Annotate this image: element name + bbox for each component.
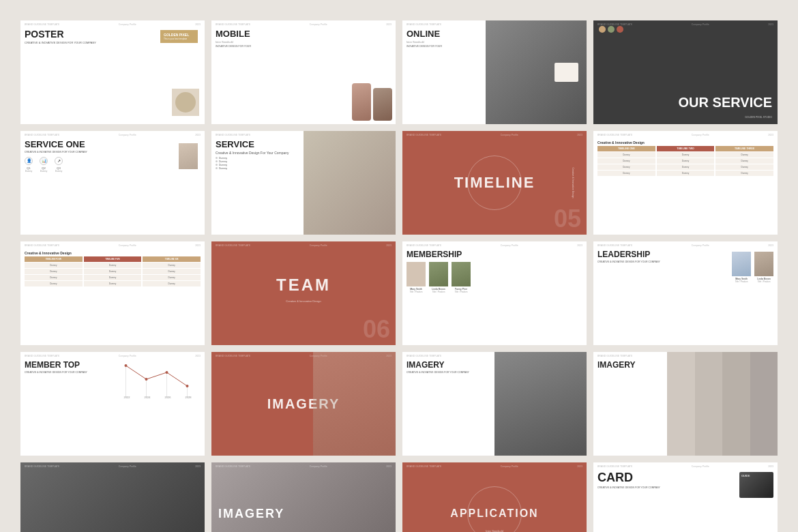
slide-label: BRAND GUIDELINE TEMPLATE xyxy=(407,355,441,357)
tt-tr-1: DummyDummyDummy xyxy=(597,152,773,158)
slide-big-imagery1: BRAND GUIDELINE TEMPLATE Company Profile… xyxy=(20,462,205,533)
person-img-2 xyxy=(429,262,448,286)
slide-label: BRAND GUIDELINE TEMPLATE xyxy=(216,355,250,357)
imagery-rust-bg xyxy=(313,352,396,456)
slide-label: BRAND GUIDELINE TEMPLATE xyxy=(597,244,632,247)
leadership-person-2: Linda Brown Title / Position xyxy=(754,252,773,283)
ourservice-title: OUR SERVICE xyxy=(679,95,772,110)
tfd-1-2: Dummy xyxy=(84,263,142,268)
slide-label: BRAND GUIDELINE TEMPLATE xyxy=(25,244,59,247)
tfd-4-1: Dummy xyxy=(25,281,83,286)
serviceone-label-2: Dummy xyxy=(40,170,48,173)
tfd-1-1: Dummy xyxy=(25,263,83,268)
td-1-3: Dummy xyxy=(715,152,773,158)
slide-company: Company Profile xyxy=(119,134,136,136)
leadership-ptitle-2: Title / Position xyxy=(754,280,773,283)
slide-application: BRAND GUIDELINE TEMPLATE Company Profile… xyxy=(402,462,587,533)
person-card-2: Linda Brown Title / Position xyxy=(429,262,448,293)
big-imagery2-title: IMAGERY xyxy=(218,507,284,521)
serviceone-icon-circle-3: ↗ xyxy=(55,157,63,165)
svg-point-6 xyxy=(166,371,168,374)
slide-label: BRAND GUIDELINE TEMPLATE xyxy=(25,134,59,136)
slide-year: 2023 xyxy=(768,465,773,468)
td-4-3: Dummy xyxy=(715,171,773,176)
tfd-2-3: Dummy xyxy=(143,269,201,274)
poster-gold-sub: This is your best template xyxy=(164,38,194,40)
slide-header-poster: BRAND GUIDELINE TEMPLATE Company Profile… xyxy=(20,20,205,27)
slide-year: 2023 xyxy=(577,244,582,247)
slide-label: BRAND GUIDELINE TEMPLATE xyxy=(25,465,59,468)
slide-year: 2023 xyxy=(386,244,391,247)
leadership-persons: Mary Smith Title / Position Linda Brown … xyxy=(732,252,773,283)
person-title-1: Title / Position xyxy=(407,291,426,293)
team-num: 06 xyxy=(363,315,390,344)
slide-label: BRAND GUIDELINE TEMPLATE xyxy=(597,134,632,136)
slide-company: Company Profile xyxy=(119,23,136,26)
slide-timeline-four: BRAND GUIDELINE TEMPLATE Company Profile… xyxy=(20,241,205,345)
slide-big-imagery2: BRAND GUIDELINE TEMPLATE Company Profile… xyxy=(211,462,396,533)
tf-body: DummyDummyDummy DummyDummyDummy DummyDum… xyxy=(25,263,201,286)
poster-image xyxy=(172,89,199,116)
timeline-num: 05 xyxy=(554,205,581,233)
tfd-2-2: Dummy xyxy=(84,269,142,274)
phone-2-img xyxy=(373,88,392,121)
person-strip-1 xyxy=(667,352,695,456)
circle-2 xyxy=(608,26,615,33)
imagery-dark-image xyxy=(494,352,587,456)
slide-label: BRAND GUIDELINE TEMPLATE xyxy=(407,23,441,26)
card-visual: GUIDE xyxy=(739,472,773,498)
slide-company: Company Profile xyxy=(501,134,518,136)
slide-label: BRAND GUIDELINE TEMPLATE xyxy=(216,244,250,247)
tfd-3-2: Dummy xyxy=(84,275,142,280)
slide-company: Company Profile xyxy=(501,244,518,247)
slide-label: BRAND GUIDELINE TEMPLATE xyxy=(216,23,250,26)
slide-imagery-white: BRAND GUIDELINE TEMPLATE Company Profile… xyxy=(593,352,778,456)
dot-1 xyxy=(216,157,218,159)
serviceone-label-1: Dummy xyxy=(25,170,33,173)
person-strip-4 xyxy=(750,352,778,456)
slide-header-timeline: BRAND GUIDELINE TEMPLATE Company Profile… xyxy=(402,131,587,138)
slide-company: Company Profile xyxy=(310,23,327,26)
poster-gold-title: GOLDEN PIXEL xyxy=(164,33,194,37)
slide-online: BRAND GUIDELINE TEMPLATE Company Profile… xyxy=(402,20,587,124)
slide-company: Company Profile xyxy=(310,244,327,247)
slide-company: Company Profile xyxy=(692,23,709,26)
slide-company: Company Profile xyxy=(501,465,518,468)
td-3-2: Dummy xyxy=(657,164,715,170)
leadership-person-1: Mary Smith Title / Position xyxy=(732,252,751,283)
person-card-1: Mary Smith Title / Position xyxy=(407,262,426,293)
slide-label: BRAND GUIDELINE TEMPLATE xyxy=(407,465,441,468)
service-image xyxy=(304,131,396,235)
phone-1-img xyxy=(352,83,371,121)
online-tablet xyxy=(555,63,578,82)
serviceone-label-3: Dummy xyxy=(55,170,63,173)
big-imagery2-bg xyxy=(211,462,396,533)
serviceone-icon-circle-1: 👤 xyxy=(25,157,33,165)
tt-th-2: TIMELINE TWO xyxy=(657,146,715,151)
slide-label: BRAND GUIDELINE TEMPLATE xyxy=(597,355,632,357)
slide-year: 2023 xyxy=(195,244,201,247)
slide-year: 2023 xyxy=(768,134,773,136)
slide-year: 2023 xyxy=(195,134,201,136)
serviceone-icon-3: ↗ Q3 Dummy xyxy=(55,157,63,173)
slide-poster: BRAND GUIDELINE TEMPLATE Company Profile… xyxy=(20,20,205,124)
phone-1 xyxy=(352,83,371,121)
td-1-2: Dummy xyxy=(657,152,715,158)
tfd-3-3: Dummy xyxy=(143,275,201,280)
slide-timeline-table: BRAND GUIDELINE TEMPLATE Company Profile… xyxy=(593,131,778,235)
poster-image-circle xyxy=(175,92,196,113)
phone-2 xyxy=(373,88,392,121)
td-2-3: Dummy xyxy=(715,158,773,164)
tt-body: DummyDummyDummy DummyDummyDummy DummyDum… xyxy=(597,152,773,176)
membership-persons: Mary Smith Title / Position Linda Brown … xyxy=(407,262,582,293)
person-title-2: Title / Position xyxy=(429,291,448,293)
slide-header-tt: BRAND GUIDELINE TEMPLATE Company Profile… xyxy=(593,131,778,138)
slide-company: Company Profile xyxy=(692,244,709,247)
tf-header: TIMELINE FOUR TIMELINE FIVE TIMELINE SIX xyxy=(25,256,201,262)
person-title-3: Title / Position xyxy=(452,291,471,293)
timeline-sub: Creative & Innovative Design xyxy=(572,167,574,198)
leadership-img-2 xyxy=(754,252,773,276)
td-3-3: Dummy xyxy=(715,164,773,170)
svg-point-7 xyxy=(186,385,189,387)
svg-text:2028: 2028 xyxy=(186,396,192,399)
